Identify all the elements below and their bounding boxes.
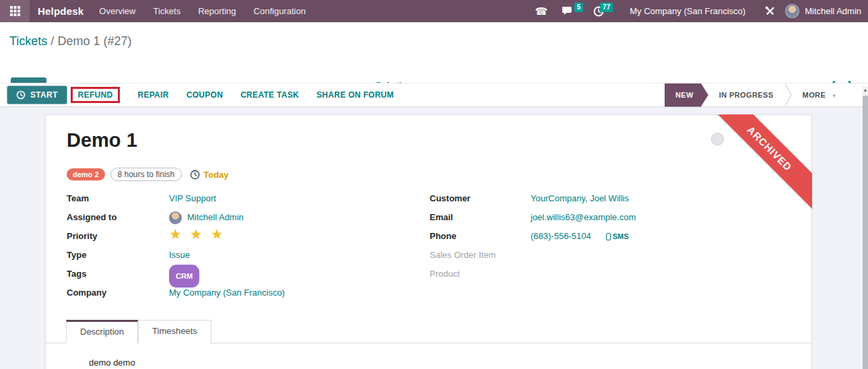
star-icon[interactable]: ★ [169,227,182,241]
breadcrumb-tickets-link[interactable]: Tickets [9,34,47,48]
activities-icon[interactable]: 77 [588,3,609,20]
notebook-tabs: Description Timesheets [46,320,811,343]
tab-timesheets[interactable]: Timesheets [138,320,211,343]
breadcrumb-separator: / [51,34,54,48]
developer-tools-icon[interactable] [759,3,781,20]
email-value-link[interactable]: joel.willis63@example.com [531,208,636,227]
stage-more-dropdown[interactable]: MORE ▼ [792,91,848,99]
menu-configuration[interactable]: Configuration [245,0,314,22]
sales-order-item-label: Sales Order Item [430,246,531,265]
assignee-avatar [169,211,182,224]
deadline-clock-icon [190,170,200,180]
ticket-title: Demo 1 [67,129,137,152]
navbar: Helpdesk Overview Tickets Reporting Conf… [0,0,868,22]
menu-reporting[interactable]: Reporting [189,0,244,22]
star-icon[interactable]: ★ [211,227,224,241]
refund-highlight-box: REFUND [71,87,121,103]
send-sms-button[interactable]: SMS [606,227,629,246]
sla-deadline-badge: 8 hours to finish [110,168,182,181]
tags-label: Tags [67,265,168,283]
priority-label: Priority [67,227,168,246]
company-switcher[interactable]: My Company (San Francisco) [620,6,755,16]
archived-ribbon: ARCHIVED [702,114,812,217]
phone-label: Phone [430,227,531,246]
share-on-forum-button[interactable]: SHARE ON FORUM [316,90,394,100]
messages-badge: 5 [574,3,584,12]
wrench-screwdriver-icon [764,5,776,17]
mobile-phone-icon [606,233,611,240]
stage-in-progress[interactable]: IN PROGRESS [708,91,784,99]
stage-divider-chevron [784,83,792,106]
user-menu[interactable]: Mitchell Admin [785,4,861,18]
email-label: Email [430,208,531,227]
archived-ribbon-wrap: ARCHIVED [698,114,812,229]
coupon-button[interactable]: COUPON [187,90,223,100]
tab-description[interactable]: Description [66,320,138,343]
product-label: Product [430,265,531,283]
messages-icon[interactable]: 5 [557,3,580,19]
menu-tickets[interactable]: Tickets [144,0,189,22]
caret-down-icon: ▼ [832,93,837,99]
apps-grid-icon[interactable] [0,0,30,22]
user-avatar [785,4,799,18]
company-value-link[interactable]: My Company (San Francisco) [169,283,285,302]
user-name: Mitchell Admin [805,6,861,16]
priority-stars[interactable]: ★★★ [169,227,226,241]
kanban-tag-badge: demo 2 [67,168,105,180]
breadcrumb: Tickets / Demo 1 (#27) [9,34,131,48]
type-value-link[interactable]: Issue [169,246,190,265]
team-label: Team [67,189,168,208]
start-button[interactable]: START [7,86,67,104]
activities-badge: 77 [600,3,613,12]
statusbar: START REFUND REPAIR COUPON CREATE TASK S… [0,83,868,107]
repair-button[interactable]: REPAIR [137,90,168,100]
create-task-button[interactable]: CREATE TASK [240,90,299,100]
scrollbar-thumb[interactable] [863,96,868,369]
company-label: Company [67,283,168,302]
refund-button[interactable]: REFUND [78,90,113,100]
team-value-link[interactable]: VIP Support [169,189,216,208]
assigned-to-value-link[interactable]: Mitchell Admin [187,208,244,227]
customer-label: Customer [430,189,531,208]
voip-phone-icon[interactable]: ☎ [530,3,554,19]
grid-icon [10,6,20,16]
ticket-sheet: ARCHIVED Demo 1 demo 2 8 hours to finish… [45,114,812,369]
title-tags-row: demo 2 8 hours to finish Today [67,168,229,181]
deadline-text: Today [203,170,228,180]
scroll-up-arrow-icon[interactable]: ▲ [863,88,868,92]
timer-clock-icon [16,90,26,100]
control-panel: Tickets / Demo 1 (#27) EDIT CREATE ⚙ Act… [0,22,868,83]
menu-overview[interactable]: Overview [90,0,144,22]
description-text: demo demo [89,358,135,368]
star-icon[interactable]: ★ [190,227,203,241]
customer-value-link[interactable]: YourCompany, Joel Willis [531,189,629,208]
vertical-scrollbar[interactable]: ▲ [863,86,868,369]
form-view: ARCHIVED Demo 1 demo 2 8 hours to finish… [0,107,863,369]
breadcrumb-current: Demo 1 (#27) [57,34,131,48]
deadline-indicator: Today [190,170,228,180]
app-title: Helpdesk [38,5,84,17]
phone-value-link[interactable]: (683)-556-5104 [531,227,591,246]
stage-selector: NEW IN PROGRESS MORE ▼ [665,83,868,107]
timer-state-circle[interactable] [711,133,724,145]
chat-bubble-icon [562,6,574,16]
type-label: Type [67,246,168,265]
stage-new[interactable]: NEW [665,83,708,107]
assigned-to-label: Assigned to [67,208,168,227]
